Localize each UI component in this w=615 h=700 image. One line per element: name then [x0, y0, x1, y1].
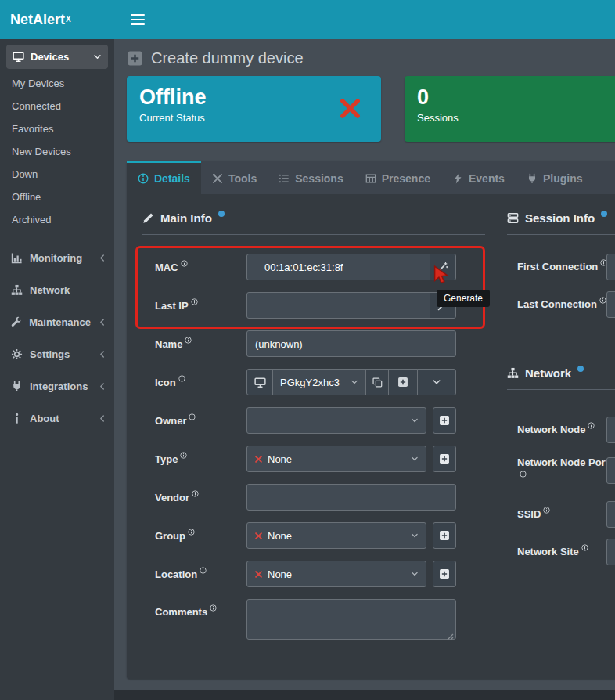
- page-header: Create dummy device: [114, 39, 615, 78]
- comments-textarea[interactable]: [246, 599, 456, 640]
- network-node-port-label: Network Node Port: [517, 456, 613, 486]
- session-info-heading: Session Info: [507, 211, 615, 225]
- help-info-icon[interactable]: [577, 366, 584, 372]
- tab-events[interactable]: Events: [441, 161, 516, 194]
- sidebar-item-integrations[interactable]: Integrations: [0, 370, 114, 402]
- sidebar-item-archived[interactable]: Archived: [0, 208, 114, 231]
- info-icon[interactable]: [543, 507, 550, 514]
- icon-preview-button[interactable]: [246, 369, 273, 395]
- name-label: Name: [155, 337, 246, 352]
- network-site-input[interactable]: [606, 539, 615, 565]
- first-connection-label: First Connection: [517, 259, 613, 275]
- divider: [507, 389, 615, 390]
- sidebar-item-maintenance[interactable]: Maintenance: [0, 306, 114, 338]
- vendor-label: Vendor: [155, 490, 246, 505]
- add-location-button[interactable]: [433, 561, 456, 587]
- tab-sessions[interactable]: Sessions: [268, 161, 354, 194]
- info-icon[interactable]: [200, 567, 207, 574]
- network-node-input[interactable]: [606, 417, 615, 443]
- page-title: Create dummy device: [151, 49, 304, 67]
- add-icon-button[interactable]: [388, 369, 418, 395]
- info-icon[interactable]: [178, 375, 185, 382]
- network-node-port-input[interactable]: [606, 457, 615, 484]
- info-icon[interactable]: [192, 490, 199, 497]
- group-select[interactable]: None: [246, 522, 426, 549]
- info-icon[interactable]: [520, 471, 527, 478]
- info-icon[interactable]: [185, 337, 192, 344]
- field-row-first-connection: First Connection: [507, 254, 615, 280]
- name-input[interactable]: [246, 330, 456, 357]
- info-icon[interactable]: [181, 260, 188, 267]
- info-icon[interactable]: [189, 413, 196, 420]
- info-icon[interactable]: [210, 604, 217, 612]
- status-box-current-status: Offline Current Status: [127, 76, 381, 142]
- field-row-comments: Comments: [142, 599, 485, 643]
- tab-plugins[interactable]: Plugins: [516, 161, 594, 194]
- details-panel: Main Info MAC: [127, 194, 615, 679]
- sessions-label: Sessions: [417, 112, 615, 124]
- generate-mac-button[interactable]: [430, 254, 456, 280]
- first-connection-input[interactable]: [606, 254, 615, 280]
- sitemap-icon: [11, 284, 23, 296]
- ssid-input[interactable]: [606, 501, 615, 528]
- copy-icon-button[interactable]: [365, 369, 389, 395]
- owner-label: Owner: [155, 413, 246, 428]
- info-icon[interactable]: [588, 422, 595, 429]
- sidebar-item-connected[interactable]: Connected: [0, 95, 114, 117]
- sidebar-item-down[interactable]: Down: [0, 163, 114, 186]
- info-icon[interactable]: [599, 297, 606, 304]
- status-boxes: Offline Current Status 0 Sessions: [127, 76, 615, 142]
- help-info-icon[interactable]: [218, 211, 225, 217]
- field-row-group: Group None: [142, 522, 485, 549]
- hamburger-menu-icon[interactable]: [131, 14, 145, 25]
- help-info-icon[interactable]: [601, 211, 607, 217]
- sidebar-item-about[interactable]: About: [0, 402, 114, 435]
- app-logo[interactable]: NetAlertX: [0, 0, 114, 39]
- chevron-down-icon: [432, 377, 441, 387]
- sitemap-icon: [507, 367, 519, 379]
- main-info-section: Main Info MAC: [142, 211, 485, 643]
- mac-input[interactable]: [246, 254, 430, 280]
- sidebar-item-settings[interactable]: Settings: [0, 338, 114, 370]
- last-ip-input[interactable]: [246, 292, 430, 319]
- chevron-down-icon: [411, 532, 419, 539]
- sidebar-item-new-devices[interactable]: New Devices: [0, 140, 114, 163]
- icon-select[interactable]: PGkgY2xhc3: [272, 369, 366, 395]
- sidebar-item-favorites[interactable]: Favorites: [0, 117, 114, 140]
- add-type-button[interactable]: [433, 446, 456, 472]
- sidebar-item-offline[interactable]: Offline: [0, 186, 114, 208]
- plug-icon: [11, 381, 23, 392]
- location-label: Location: [155, 567, 246, 582]
- tab-details[interactable]: Details: [127, 161, 201, 194]
- field-row-vendor: Vendor: [142, 484, 485, 511]
- plus-square-icon: [439, 530, 450, 541]
- owner-select[interactable]: [246, 407, 426, 434]
- tab-presence[interactable]: Presence: [354, 161, 441, 194]
- group-label: Group: [155, 529, 246, 543]
- icon-dropdown-button[interactable]: [417, 369, 456, 395]
- location-select[interactable]: None: [246, 561, 426, 587]
- mac-label: MAC: [155, 260, 246, 275]
- info-icon[interactable]: [188, 529, 195, 536]
- chevron-down-icon: [411, 455, 419, 463]
- vendor-input[interactable]: [246, 484, 456, 511]
- info-icon[interactable]: [581, 544, 588, 551]
- last-connection-input[interactable]: [606, 291, 615, 318]
- add-owner-button[interactable]: [433, 407, 456, 434]
- sidebar-item-monitoring[interactable]: Monitoring: [0, 242, 114, 274]
- info-icon[interactable]: [180, 452, 187, 459]
- sidebar-item-devices[interactable]: Devices: [6, 45, 108, 69]
- info-icon[interactable]: [191, 298, 198, 305]
- tab-tools[interactable]: Tools: [201, 161, 268, 194]
- plug-icon: [527, 173, 538, 184]
- resize-handle-icon[interactable]: [447, 633, 454, 640]
- footer: [114, 690, 615, 700]
- sidebar-devices-label: Devices: [31, 51, 69, 63]
- type-select[interactable]: None: [246, 446, 426, 472]
- server-icon: [507, 212, 519, 224]
- field-row-ssid: SSID: [507, 501, 615, 528]
- add-group-button[interactable]: [433, 522, 456, 549]
- chevron-left-icon: [98, 414, 106, 423]
- sidebar-item-my-devices[interactable]: My Devices: [0, 72, 114, 95]
- sidebar-item-network[interactable]: Network: [0, 274, 114, 306]
